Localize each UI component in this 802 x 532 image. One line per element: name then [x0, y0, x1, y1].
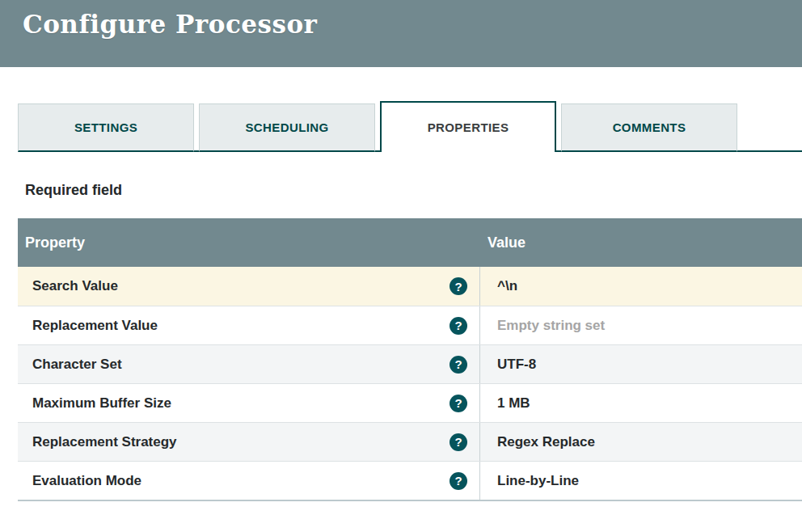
help-icon[interactable]: ?: [450, 395, 467, 412]
tab-comments[interactable]: COMMENTS: [561, 103, 737, 152]
help-icon[interactable]: ?: [450, 433, 467, 451]
property-cell: Search Value ?: [18, 267, 479, 306]
required-field-note: Required field: [25, 182, 802, 199]
property-cell: Character Set ?: [18, 345, 479, 383]
dialog-header: Configure Processor: [0, 0, 802, 67]
tab-comments-label: COMMENTS: [613, 120, 686, 134]
property-value[interactable]: Regex Replace: [479, 423, 802, 461]
tab-scheduling-label: SCHEDULING: [245, 120, 328, 134]
help-icon[interactable]: ?: [450, 277, 467, 295]
table-header-row: Property Value: [18, 218, 802, 267]
property-value[interactable]: ^\n: [479, 267, 802, 306]
tab-properties-label: PROPERTIES: [428, 120, 509, 134]
property-value[interactable]: 1 MB: [479, 384, 802, 422]
help-icon[interactable]: ?: [450, 356, 467, 374]
table-row[interactable]: Evaluation Mode ? Line-by-Line: [18, 461, 802, 500]
property-name: Maximum Buffer Size: [32, 395, 450, 412]
property-name: Replacement Value: [32, 318, 450, 334]
table-row[interactable]: Maximum Buffer Size ? 1 MB: [18, 383, 802, 422]
help-icon[interactable]: ?: [450, 317, 467, 335]
tab-bar: SETTINGS SCHEDULING PROPERTIES COMMENTS: [18, 101, 802, 152]
property-cell: Maximum Buffer Size ?: [18, 384, 479, 422]
property-cell: Evaluation Mode ?: [18, 462, 479, 500]
property-value[interactable]: UTF-8: [479, 345, 802, 383]
table-row[interactable]: Replacement Strategy ? Regex Replace: [18, 422, 802, 461]
column-header-property: Property: [18, 234, 479, 251]
table-row[interactable]: Character Set ? UTF-8: [18, 344, 802, 383]
properties-table: Property Value Search Value ? ^\n Replac…: [18, 218, 802, 501]
table-row[interactable]: Replacement Value ? Empty string set: [18, 306, 802, 344]
help-icon[interactable]: ?: [450, 472, 467, 490]
property-name: Replacement Strategy: [32, 434, 450, 450]
tab-settings[interactable]: SETTINGS: [18, 103, 194, 152]
tab-settings-label: SETTINGS: [74, 120, 137, 134]
property-value[interactable]: Empty string set: [479, 306, 802, 344]
property-name: Character Set: [32, 357, 450, 373]
property-value[interactable]: Line-by-Line: [479, 462, 802, 500]
table-row[interactable]: Search Value ? ^\n: [18, 267, 802, 306]
property-name: Search Value: [32, 278, 450, 294]
property-name: Evaluation Mode: [32, 473, 450, 489]
tab-properties[interactable]: PROPERTIES: [380, 101, 556, 152]
column-header-value: Value: [479, 234, 802, 251]
tab-scheduling[interactable]: SCHEDULING: [199, 103, 375, 152]
property-cell: Replacement Strategy ?: [18, 423, 479, 461]
dialog-title: Configure Processor: [23, 10, 802, 39]
property-cell: Replacement Value ?: [18, 306, 479, 344]
